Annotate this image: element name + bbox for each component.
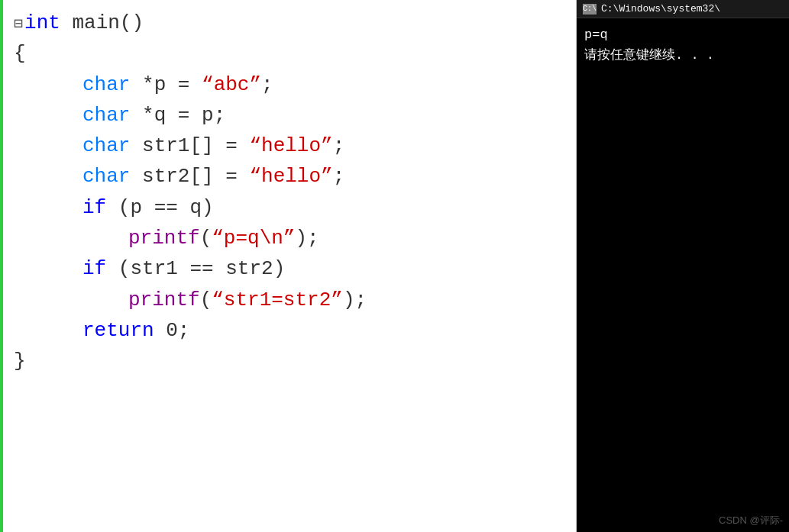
code-line: ⊟int main(): [14, 8, 568, 38]
code-line: return 0;: [14, 315, 568, 346]
code-token: (p == q): [106, 192, 213, 223]
code-token: ;: [333, 161, 345, 192]
code-line: if (str1 == str2): [14, 253, 568, 284]
code-token: 0;: [154, 315, 190, 346]
code-token: str1[] =: [130, 131, 249, 161]
code-token: if: [82, 253, 106, 284]
code-token: main(): [60, 8, 144, 38]
code-token: “str1=str2”: [212, 285, 343, 315]
code-area: ⊟int main(){char *p = “abc”;char *q = p;…: [0, 0, 576, 385]
code-token: if: [82, 192, 106, 223]
code-token: );: [343, 285, 367, 315]
code-token: }: [14, 346, 26, 376]
code-token: “p=q\n”: [212, 223, 295, 253]
code-token: ;: [333, 131, 345, 161]
code-line: char *q = p;: [14, 100, 568, 131]
code-line: printf(“str1=str2”);: [14, 285, 568, 315]
code-line: }: [14, 346, 568, 376]
code-token: ⊟: [14, 12, 23, 36]
code-line: char str1[] = “hello”;: [14, 131, 568, 161]
code-token: (: [200, 223, 212, 253]
code-token: );: [295, 223, 319, 253]
terminal-line: p=q: [584, 24, 781, 45]
terminal-title-bar: C:\ C:\Windows\system32\: [577, 0, 789, 18]
csdn-watermark: CSDN @评际-: [719, 514, 783, 527]
code-token: printf: [128, 285, 200, 315]
code-token: printf: [128, 223, 200, 253]
code-token: str2[] =: [130, 161, 249, 192]
code-token: (str1 == str2): [106, 253, 285, 284]
code-panel: ⊟int main(){char *p = “abc”;char *q = p;…: [0, 0, 577, 532]
code-token: “abc”: [202, 69, 261, 100]
code-token: int: [24, 8, 60, 38]
code-token: ;: [261, 69, 273, 100]
code-token: char: [82, 131, 130, 161]
code-line: char *p = “abc”;: [14, 69, 568, 100]
code-line: if (p == q): [14, 192, 568, 223]
code-token: (: [200, 285, 212, 315]
code-token: char: [82, 69, 130, 100]
code-token: char: [82, 161, 130, 192]
terminal-line: 请按任意键继续. . .: [584, 45, 781, 66]
code-token: {: [14, 38, 26, 69]
terminal-panel: C:\ C:\Windows\system32\ p=q请按任意键继续. . .…: [577, 0, 789, 532]
terminal-icon: C:\: [583, 4, 597, 15]
code-token: *q = p;: [130, 100, 225, 131]
code-token: char: [82, 100, 130, 131]
code-line: {: [14, 38, 568, 69]
code-token: *p =: [130, 69, 202, 100]
terminal-body: p=q请按任意键继续. . .: [577, 18, 789, 532]
code-line: char str2[] = “hello”;: [14, 161, 568, 192]
code-token: “hello”: [249, 161, 332, 192]
code-token: return: [82, 315, 154, 346]
code-token: “hello”: [249, 131, 332, 161]
terminal-title-text: C:\Windows\system32\: [601, 3, 720, 15]
code-line: printf(“p=q\n”);: [14, 223, 568, 253]
